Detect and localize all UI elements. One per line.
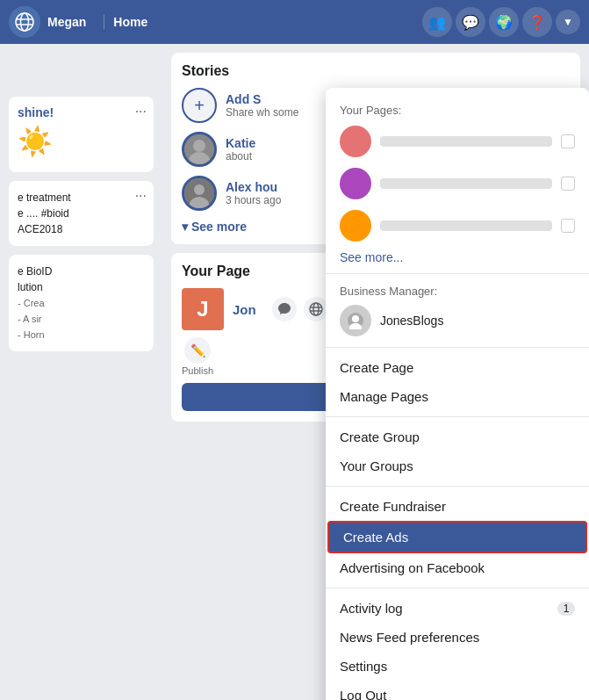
help-icon-button[interactable]: ❓: [522, 7, 552, 37]
page-letter: J: [197, 297, 208, 321]
news-feed-prefs-item[interactable]: News Feed preferences: [326, 623, 589, 652]
your-pages-label: Your Pages:: [326, 100, 589, 120]
pages-see-more-link[interactable]: See more...: [326, 247, 589, 268]
post-snippet-1: ··· shine! ☀️: [9, 97, 154, 172]
messenger-icon-button[interactable]: 💬: [456, 7, 485, 37]
page-check-3: [561, 219, 575, 233]
business-icon: [340, 305, 371, 336]
page-details: Jon: [233, 302, 256, 317]
nav-home-link[interactable]: Home: [104, 15, 156, 29]
friends-icon-button[interactable]: 👥: [422, 7, 452, 37]
activity-log-label: Activity log: [340, 601, 403, 616]
create-page-item[interactable]: Create Page: [326, 353, 589, 382]
post-text-2: e treatmente .... #bioidACE2018: [18, 190, 145, 237]
log-out-item[interactable]: Log Out: [326, 681, 589, 700]
account-dropdown-button[interactable]: ▼: [556, 10, 580, 34]
stories-title: Stories: [182, 63, 570, 79]
create-group-item[interactable]: Create Group: [326, 422, 589, 451]
page-avatar-1: [340, 126, 371, 157]
account-section: Activity log 1 News Feed preferences Set…: [326, 588, 589, 700]
page-entry-3[interactable]: [326, 205, 589, 247]
ads-section: Create Fundraiser Create Ads Advertising…: [326, 487, 589, 588]
create-ads-item[interactable]: Create Ads: [327, 521, 587, 553]
manage-pages-item[interactable]: Manage Pages: [326, 382, 589, 411]
post-options-icon-2[interactable]: ···: [135, 188, 147, 204]
svg-point-15: [352, 315, 359, 322]
create-fundraiser-item[interactable]: Create Fundraiser: [326, 492, 589, 521]
page-name-1-blurred: [380, 136, 552, 147]
your-groups-item[interactable]: Your Groups: [326, 451, 589, 480]
page-entry-1[interactable]: [326, 120, 589, 162]
activity-badge: 1: [557, 602, 575, 616]
add-story-button[interactable]: +: [182, 88, 217, 123]
navbar: Megan Home 👥 💬 🌍 ❓ ▼: [0, 0, 589, 44]
page-check-2: [561, 177, 575, 191]
publish-icon: ✏️: [184, 337, 211, 364]
your-pages-section: Your Pages: See more...: [326, 95, 589, 274]
business-name: JonesBlogs: [380, 314, 443, 328]
page-avatar-3: [340, 210, 371, 242]
svg-point-1: [21, 13, 29, 31]
post-text-3: e BioIDlution - Crea- A sir- Horn: [18, 263, 145, 343]
advertising-item[interactable]: Advertising on Facebook: [326, 553, 589, 582]
page-avatar-2: [340, 168, 371, 199]
pages-actions-section: Create Page Manage Pages: [326, 348, 589, 417]
messages-icon-button[interactable]: [272, 297, 297, 321]
business-manager-section: Business Manager: JonesBlogs: [326, 274, 589, 348]
page-check-1: [561, 134, 575, 148]
page-entry-2[interactable]: [326, 162, 589, 205]
navbar-right: 👥 💬 🌍 ❓ ▼: [422, 7, 580, 37]
see-more-label: See more: [191, 220, 247, 234]
page-name[interactable]: Jon: [233, 302, 256, 317]
publish-label: Publish: [182, 365, 213, 376]
post-snippet-3: e BioIDlution - Crea- A sir- Horn: [9, 255, 154, 351]
page-name-3-blurred: [380, 220, 552, 231]
svg-point-0: [16, 13, 33, 31]
business-label: Business Manager:: [326, 279, 589, 299]
chevron-down-icon: ▾: [182, 220, 188, 234]
dropdown-menu: Your Pages: See more... Business Manager…: [326, 88, 589, 700]
svg-point-10: [310, 303, 322, 315]
globe-page-icon-button[interactable]: [304, 297, 328, 321]
sunshine-text: shine!: [18, 105, 145, 119]
alex-avatar: [182, 176, 217, 211]
post-snippet-2: ··· e treatmente .... #bioidACE2018: [9, 181, 154, 246]
groups-section: Create Group Your Groups: [326, 417, 589, 487]
svg-point-8: [194, 184, 205, 195]
nav-username[interactable]: Megan: [47, 15, 86, 29]
left-post-snippets: ··· shine! ☀️ ··· e treatmente .... #bio…: [0, 88, 162, 369]
navbar-left: Megan Home: [9, 6, 156, 38]
katie-avatar: [182, 132, 217, 167]
activity-log-item[interactable]: Activity log 1: [326, 594, 589, 623]
post-options-icon[interactable]: ···: [135, 104, 147, 119]
publish-button[interactable]: ✏️ Publish: [182, 337, 213, 376]
main-area: ··· shine! ☀️ ··· e treatmente .... #bio…: [0, 44, 589, 700]
page-icon: J: [182, 288, 224, 330]
page-quick-actions: [272, 297, 328, 321]
sun-emoji: ☀️: [18, 125, 145, 158]
svg-point-5: [193, 140, 205, 152]
notifications-icon-button[interactable]: 🌍: [489, 7, 519, 37]
facebook-logo-icon[interactable]: [9, 6, 40, 38]
business-entry[interactable]: JonesBlogs: [326, 299, 589, 342]
page-name-2-blurred: [380, 178, 552, 189]
settings-item[interactable]: Settings: [326, 652, 589, 681]
svg-point-11: [313, 303, 319, 315]
